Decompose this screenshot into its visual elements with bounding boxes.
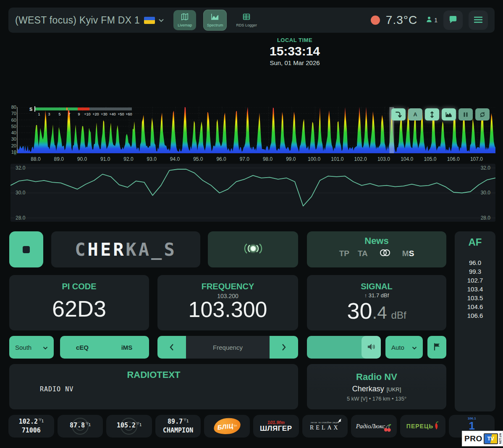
af-title: AF — [455, 236, 495, 248]
tab-rds-logger[interactable]: RDS Logger — [234, 10, 259, 30]
chevron-down-icon — [43, 344, 48, 351]
preset-station-102-2[interactable]: 102.21 71006 — [8, 415, 54, 438]
antenna-select[interactable]: South — [9, 336, 54, 359]
audio-stop-button[interactable] — [9, 231, 43, 267]
chat-bubble-icon — [448, 16, 458, 25]
af-frequency[interactable]: 103.4 — [455, 285, 495, 293]
fmdx-app: (WEST focus) Kyiv FM DX 1 Livemap Spectr… — [0, 0, 503, 448]
eq-toggle[interactable]: cEQ — [60, 336, 105, 359]
preset-station-87-8[interactable]: 87.81 — [58, 415, 103, 438]
svg-text:A: A — [413, 112, 417, 118]
spectrum-pause-button[interactable] — [458, 108, 473, 121]
af-frequency[interactable]: 99.3 — [455, 267, 495, 276]
frequency-panel: FREQUENCY 103.200 103.300 — [157, 275, 298, 330]
af-frequency[interactable]: 96.0 — [455, 258, 495, 267]
signal-panel: SIGNAL 31.7 dBf 30 .4 dBf — [307, 275, 446, 330]
stereo-circles-icon — [379, 249, 391, 259]
history-tick: 32.0 — [481, 165, 490, 171]
relax-slogan: легке та спокійне радіо — [311, 421, 339, 424]
bandwidth-select[interactable]: Auto — [385, 336, 423, 359]
tp-flag: TP — [339, 249, 349, 258]
step-down-button[interactable] — [157, 336, 186, 359]
af-frequency[interactable]: 102.7 — [455, 276, 495, 285]
chart-area-icon — [211, 13, 219, 22]
s-meter-label: S — [29, 107, 32, 112]
history-tick: 30.0 — [16, 190, 25, 196]
shlyager-freq: 101.9fm — [267, 420, 285, 425]
menu-button[interactable] — [469, 10, 488, 30]
frequency-value: 103.300 — [189, 299, 267, 320]
local-time-value: 15:33:14 — [270, 44, 320, 58]
af-frequency[interactable]: 103.5 — [455, 293, 495, 302]
station-city: Cherkasy — [352, 385, 384, 393]
tab-spectrum[interactable]: Spectrum — [204, 10, 226, 30]
preset-station-relax[interactable]: легке та спокійне радіо RELAX — [302, 415, 348, 438]
spectrum-peak-hold-button[interactable] — [391, 108, 406, 121]
stereo-indicator-panel — [208, 231, 298, 267]
pty-label: News — [307, 236, 446, 246]
history-tick: 30.0 — [481, 190, 490, 196]
tab-spectrum-label: Spectrum — [207, 23, 223, 27]
frequency-stepper — [157, 336, 298, 359]
perets-logo: ПЕРЕЦЬ — [406, 423, 433, 430]
signal-title: SIGNAL — [361, 282, 393, 291]
bookmark-flag-button[interactable] — [427, 336, 446, 359]
preset-station-shlyager[interactable]: 101.9fm ШЛЯГЕР — [253, 415, 299, 438]
history-tick: 28.0 — [16, 215, 25, 221]
s-meter: S 13579+10+20+30+40+50+60 — [29, 107, 134, 118]
up-arrow-icon — [364, 292, 369, 299]
af-frequency[interactable]: 104.6 — [455, 302, 495, 311]
tab-livemap[interactable]: Livemap — [173, 10, 196, 30]
flag-icon — [433, 343, 441, 352]
pty-flags-panel: News TP TA MS — [307, 231, 446, 267]
local-time-block: LOCAL TIME 15:33:14 Sun, 01 Mar 2026 — [270, 37, 320, 66]
tab-rds-logger-label: RDS Logger — [236, 23, 257, 27]
preset-stations-row: 102.21 71006 87.81 105.21 89.71 CHAMPION… — [8, 415, 495, 438]
af-list: 96.099.3102.7103.4103.5104.6106.6 — [455, 258, 495, 320]
map-icon — [181, 13, 189, 22]
stereo-signal-icon — [239, 241, 267, 258]
signal-unit: dBf — [391, 309, 406, 321]
preset-station-perets[interactable]: ПЕРЕЦЬ — [400, 415, 446, 438]
ukraine-flag-icon — [144, 17, 155, 24]
history-tick: 28.0 — [481, 215, 490, 221]
spectrum-refresh-button[interactable] — [475, 108, 490, 121]
station-name: Radio NV — [356, 372, 397, 383]
temperature-readout: 7.3°C — [386, 13, 417, 27]
pepper-icon — [434, 421, 439, 432]
chat-button[interactable] — [443, 10, 463, 30]
radiotext-title: RADIOTEXT — [9, 369, 298, 380]
server-title[interactable]: (WEST focus) Kyiv FM DX 1 — [15, 15, 140, 26]
weather-status-dot — [371, 16, 380, 25]
protv-net-text: NET.UA — [499, 433, 502, 444]
frequency-input[interactable] — [186, 336, 270, 359]
speaker-icon — [367, 343, 376, 352]
top-bar: (WEST focus) Kyiv FM DX 1 Livemap Spectr… — [8, 8, 495, 33]
ims-toggle[interactable]: iMS — [105, 336, 149, 359]
dsp-toggles: cEQ iMS — [60, 336, 149, 359]
spectrum-autoscale-button[interactable]: A — [408, 108, 422, 121]
topbar-tabs: Livemap Spectrum RDS Logger — [173, 10, 259, 30]
af-list-panel: AF 96.099.3102.7103.4103.5104.6106.6 — [455, 231, 495, 411]
station-details: 5 kW [V] • 176 km • 135° — [347, 396, 406, 402]
history-tick: 32.0 — [16, 165, 25, 171]
pi-code-panel: PI CODE 62D3 — [9, 275, 149, 330]
spectrum-graph-mode-button[interactable] — [442, 108, 456, 121]
pi-code-value: 62D3 — [52, 297, 106, 320]
chevron-down-icon[interactable] — [158, 18, 164, 22]
preset-station-105-2[interactable]: 105.21 — [106, 415, 152, 438]
spectrum-analyzer: 80706050403020108 S 13579+10+20+30+40+50… — [10, 105, 495, 164]
bandwidth-select-value: Auto — [391, 344, 404, 351]
station-country: [UKR] — [387, 386, 401, 393]
preset-station-champion[interactable]: 89.71 CHAMPION — [155, 415, 201, 438]
af-frequency[interactable]: 106.6 — [455, 311, 495, 320]
step-up-button[interactable] — [270, 336, 298, 359]
stop-icon — [23, 246, 30, 253]
shlyager-logo: ШЛЯГЕР — [260, 425, 292, 432]
spectrum-vertical-zoom-button[interactable] — [425, 108, 439, 121]
local-time-label: LOCAL TIME — [270, 37, 320, 43]
preset-station-blits[interactable]: БЛІЦfm — [204, 415, 250, 438]
preset-station-lux[interactable]: РадіоЛюкс — [351, 415, 397, 438]
mute-button[interactable] — [362, 336, 381, 359]
volume-slider[interactable] — [307, 336, 381, 359]
